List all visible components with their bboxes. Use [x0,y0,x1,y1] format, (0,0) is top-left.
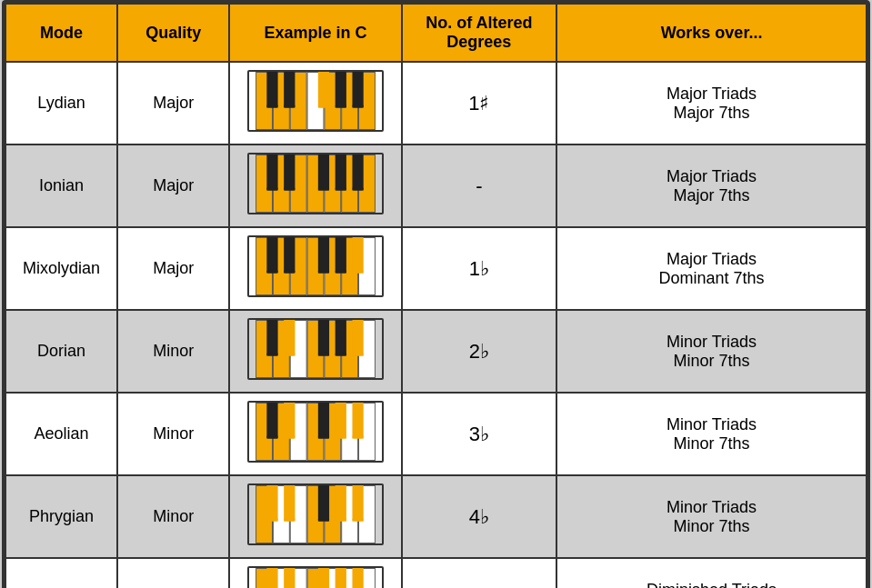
header-row: Mode Quality Example in C No. of Altered… [5,4,867,62]
svg-rect-26 [284,154,295,191]
cell-altered: 1♭ [402,227,556,310]
svg-rect-113 [318,568,329,588]
header-quality: Quality [117,4,229,62]
svg-rect-42 [266,270,277,274]
cell-quality: Minor [117,393,229,475]
header-example: Example in C [229,4,401,62]
cell-example [229,227,401,310]
svg-rect-92 [266,485,277,522]
cell-quality: Minor [117,475,229,558]
cell-example [229,558,401,588]
modes-table-wrapper: Mode Quality Example in C No. of Altered… [2,0,870,588]
svg-rect-115 [336,568,346,588]
svg-rect-16 [352,105,363,108]
svg-rect-25 [266,187,277,191]
svg-rect-27 [284,187,295,191]
svg-rect-79 [318,403,329,439]
svg-rect-76 [266,435,277,439]
svg-rect-78 [284,435,295,439]
svg-rect-31 [336,187,346,191]
table-row: LocrianDiminished5♭Diminished Triadsm7b5… [5,558,867,588]
svg-rect-97 [318,518,329,522]
svg-rect-82 [336,435,346,439]
svg-rect-44 [284,270,295,274]
cell-quality: Major [117,145,229,227]
svg-rect-9 [284,72,295,108]
svg-rect-47 [336,237,346,274]
table-row: PhrygianMinor4♭Minor TriadsMinor 7ths [5,475,867,558]
svg-rect-61 [284,353,295,356]
cell-mode: Ionian [5,145,117,227]
svg-rect-24 [266,154,277,191]
cell-quality: Major [117,227,229,310]
svg-rect-64 [336,320,346,356]
svg-rect-46 [318,270,329,274]
cell-mode: Dorian [5,310,117,393]
cell-example [229,145,401,227]
cell-altered: 5♭ [402,558,556,588]
svg-rect-45 [318,237,329,274]
svg-rect-15 [352,72,363,108]
svg-rect-84 [352,435,363,439]
header-altered: No. of Altered Degrees [402,4,556,62]
svg-rect-66 [352,320,363,356]
cell-altered: 2♭ [402,310,556,393]
cell-mode: Mixolydian [5,227,117,310]
cell-works: Major TriadsMajor 7ths [556,145,867,227]
cell-mode: Phrygian [5,475,117,558]
cell-altered: 4♭ [402,475,556,558]
cell-mode: Lydian [5,62,117,145]
svg-rect-83 [352,403,363,439]
svg-rect-100 [352,485,363,522]
cell-works: Minor TriadsMinor 7ths [556,393,867,475]
svg-rect-94 [284,485,295,522]
cell-works: Minor TriadsMinor 7ths [556,475,867,558]
svg-rect-10 [284,105,295,108]
cell-example [229,62,401,145]
cell-altered: 1♯ [402,62,556,145]
cell-mode: Locrian [5,558,117,588]
svg-rect-99 [336,518,346,522]
svg-rect-81 [336,403,346,439]
svg-rect-67 [352,353,363,356]
svg-rect-29 [318,187,329,191]
svg-rect-8 [266,105,277,108]
svg-rect-50 [352,270,363,274]
svg-rect-11 [318,72,329,108]
svg-rect-49 [352,237,363,274]
svg-rect-48 [336,270,346,274]
svg-rect-77 [284,403,295,439]
cell-example [229,393,401,475]
svg-rect-41 [266,237,277,274]
header-mode: Mode [5,4,117,62]
cell-works: Minor TriadsMinor 7ths [556,310,867,393]
table-row: LydianMajor1♯Major TriadsMajor 7ths [5,62,867,145]
svg-rect-75 [266,403,277,439]
svg-rect-109 [266,568,277,588]
svg-rect-30 [336,154,346,191]
cell-quality: Diminished [117,558,229,588]
cell-example [229,310,401,393]
svg-rect-12 [318,105,329,108]
svg-rect-111 [284,568,295,588]
modes-table: Mode Quality Example in C No. of Altered… [5,3,867,588]
svg-rect-60 [284,320,295,356]
table-row: AeolianMinor3♭Minor TriadsMinor 7ths [5,393,867,475]
svg-rect-63 [318,353,329,356]
svg-rect-13 [336,72,346,108]
svg-rect-32 [352,154,363,191]
cell-quality: Minor [117,310,229,393]
svg-rect-7 [266,72,277,108]
cell-works: Major TriadsMajor 7ths [556,62,867,145]
cell-works: Diminished Triadsm7b5 Chords [556,558,867,588]
svg-rect-80 [318,435,329,439]
svg-rect-101 [352,518,363,522]
table-row: MixolydianMajor1♭Major TriadsDominant 7t… [5,227,867,310]
svg-rect-117 [352,568,363,588]
svg-rect-93 [266,518,277,522]
cell-altered: - [402,145,556,227]
cell-quality: Major [117,62,229,145]
svg-rect-65 [336,353,346,356]
svg-rect-95 [284,518,295,522]
svg-rect-28 [318,154,329,191]
